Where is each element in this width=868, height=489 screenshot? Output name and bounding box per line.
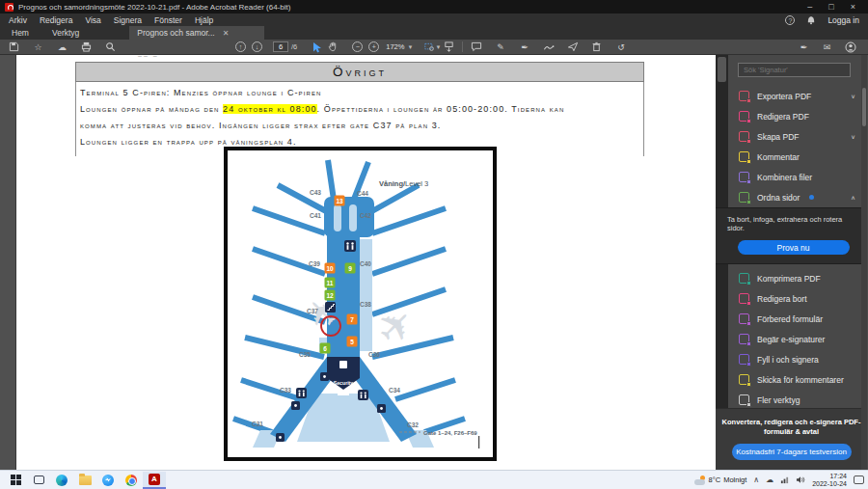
tool-organize-pages[interactable]: Ordna sidor ∧ [728,187,867,207]
tab-bar: Hem Verktyg Prognos och samor... ✕ [0,26,868,40]
tool-compress-pdf[interactable]: Komprimera PDF [728,268,867,288]
help-icon[interactable]: ? [785,15,795,25]
scrollbar-thumb[interactable] [718,57,726,82]
save-icon[interactable] [6,41,22,54]
navigation-pane-collapsed[interactable] [0,55,16,470]
zoom-in-icon[interactable]: + [366,41,382,54]
tool-prepare-form[interactable]: Förbered formulär [728,309,867,329]
tool-export-pdf[interactable]: Exportera PDF ∨ [728,86,867,106]
free-trial-button[interactable]: Kostnadsfri 7-dagars testversion [732,444,852,460]
try-now-button[interactable]: Prova nu [738,240,850,255]
folder-icon [79,475,92,485]
paragraph-2: Loungen öppnar på måndag den 24 oktober … [80,101,638,118]
print-icon[interactable] [78,41,95,54]
gate-c32: C32 [407,421,419,428]
hand-tool-icon[interactable] [325,41,341,54]
signature-pen-icon[interactable]: ✒ [796,41,812,54]
weather-widget[interactable]: 8°C Molnigt [694,475,747,485]
marker-9: 9 [345,263,356,274]
svg-text:5: 5 [350,339,354,345]
chevron-down-icon[interactable]: ∨ [851,133,855,140]
rotate-icon[interactable]: ↺ [612,41,629,54]
tool-comment[interactable]: Kommentar [728,147,867,167]
tool-send-for-comments[interactable]: Skicka för kommentarer [728,369,867,390]
gate-c40: C40 [360,260,371,267]
acrobat-app-icon [5,3,14,12]
start-button[interactable] [4,472,27,489]
gate-c36: C36 [368,351,380,358]
notification-center-icon[interactable] [854,475,864,484]
menu-signera[interactable]: Signera [114,15,142,25]
close-button[interactable]: × [851,2,855,12]
tools-search-input[interactable] [738,63,851,77]
gate-c38: C38 [360,301,371,308]
bell-icon[interactable] [806,15,816,25]
window-title: Prognos och samordningsmöte 2022-10-21.p… [18,3,290,12]
onedrive-icon[interactable]: ☁ [766,475,773,485]
tool-create-pdf[interactable]: Skapa PDF ∨ [728,126,867,147]
cloud-upload-icon[interactable]: ☁ [54,41,70,54]
edge-icon [56,475,68,486]
tab-home[interactable]: Hem [0,26,41,40]
task-view-button[interactable] [27,472,50,489]
page-number-input[interactable]: 6 [273,41,288,52]
acrobat-icon: A [149,474,160,485]
account-icon[interactable] [842,41,858,54]
network-icon[interactable] [780,475,789,484]
menu-hjalp[interactable]: Hjälp [195,15,213,25]
trial-promo: Konvertera, redigera och e-signera PDF- … [716,408,867,470]
search-icon[interactable] [102,41,119,54]
tool-request-signatures[interactable]: Begär e-signaturer [728,329,867,349]
tab-document[interactable]: Prognos och samor... ✕ [129,26,264,40]
messenger-button[interactable] [96,472,120,489]
organize-hint-text: Ta bort, infoga, extrahera och rotera si… [727,215,859,232]
edge-taskbar-button[interactable] [50,472,73,489]
comment-icon[interactable] [468,41,484,54]
menu-visa[interactable]: Visa [85,15,100,25]
highlight-pencil-icon[interactable]: ✎ [492,41,508,54]
gate-c35: C35 [299,351,311,358]
panel-scrollbar-thumb[interactable] [862,88,866,126]
clock-widget[interactable]: 17:24 2022-10-24 [812,473,847,488]
delete-icon[interactable] [588,41,605,54]
send-for-comments-icon [739,374,749,385]
page-fit-icon[interactable] [441,41,457,54]
menu-fonster[interactable]: Fönster [154,15,182,25]
minimize-button[interactable]: – [807,2,812,12]
menu-redigera[interactable]: Redigera [40,15,73,25]
chevron-down-icon[interactable]: ∨ [851,93,855,99]
tool-more-tools[interactable]: Fler verktyg [728,390,867,410]
weather-icon [694,475,706,485]
previous-page-icon[interactable]: ↑ [232,41,249,54]
panel-scrollbar[interactable] [861,55,867,470]
zoom-out-icon[interactable]: − [349,41,366,54]
request-signatures-icon [739,334,749,344]
fill-sign-icon[interactable] [540,41,556,54]
tab-close-icon[interactable]: ✕ [223,29,230,38]
chevron-up-icon[interactable]: ∧ [851,194,855,201]
fountain-pen-icon[interactable]: ✒ [516,41,532,54]
maximize-button[interactable]: □ [828,2,833,12]
tool-fill-sign[interactable]: Fyll i och signera [728,349,867,369]
tray-expand-icon[interactable]: ∧ [753,475,759,485]
tab-tools[interactable]: Verktyg [41,26,91,40]
menu-arkiv[interactable]: Arkiv [9,15,27,25]
tool-redact[interactable]: Redigera bort [728,288,867,309]
sign-in-button[interactable]: Logga in [827,15,859,25]
chrome-button[interactable] [120,472,143,489]
zoom-level-select[interactable]: 172%▼ [382,42,417,51]
envelope-icon[interactable]: ✉ [819,41,835,54]
star-icon[interactable]: ☆ [30,41,46,54]
file-explorer-button[interactable] [73,472,96,489]
acrobat-taskbar-button[interactable]: A [143,472,166,489]
svg-text:10: 10 [326,265,334,272]
marquee-zoom-icon[interactable]: ▼ [424,41,441,54]
tool-edit-pdf[interactable]: Redigera PDF [728,106,867,126]
next-page-icon[interactable]: ↓ [249,41,265,54]
select-tool-icon[interactable] [309,41,325,54]
marker-7: 7 [347,314,358,325]
volume-icon[interactable] [796,475,805,484]
gate-c43: C43 [310,189,321,196]
send-for-signature-icon[interactable] [564,41,581,54]
tool-combine-files[interactable]: Kombinera filer [728,167,867,187]
